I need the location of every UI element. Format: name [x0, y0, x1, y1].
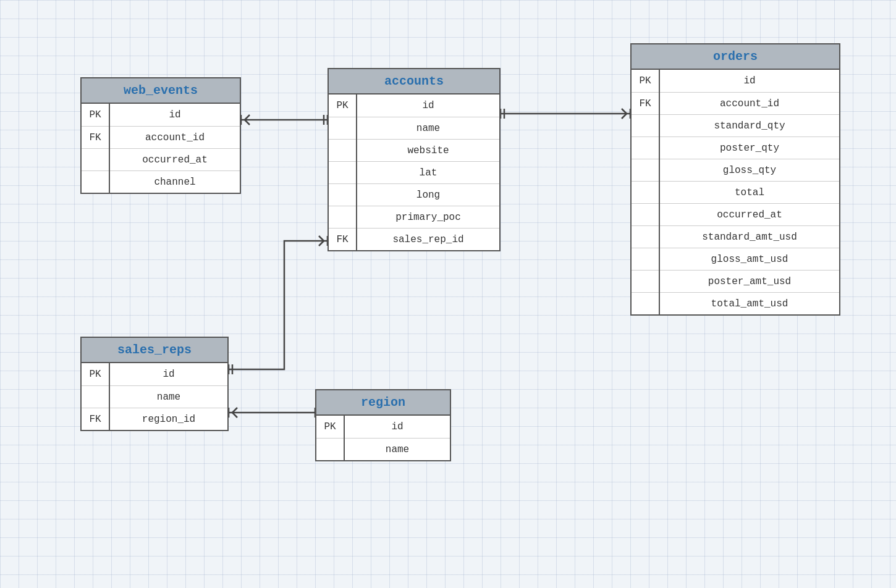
field-cell: account_id: [110, 126, 240, 148]
connector-sales-reps-accounts: [229, 236, 328, 374]
field-cell: total: [660, 181, 839, 203]
table-orders-fields: id account_id standard_qty poster_qty gl…: [660, 70, 839, 314]
table-region-header: region: [316, 390, 450, 416]
key-cell: [329, 206, 356, 228]
connector-sales-reps-region: [229, 408, 319, 418]
field-cell: occurred_at: [110, 148, 240, 170]
key-cell: FK: [82, 126, 109, 148]
field-cell: account_id: [660, 92, 839, 114]
table-web-events-keys: PK FK: [82, 104, 110, 193]
key-cell: [632, 270, 659, 292]
field-cell: website: [357, 139, 499, 161]
field-cell: gloss_qty: [660, 159, 839, 181]
key-cell: [316, 438, 344, 460]
field-cell: region_id: [110, 408, 227, 430]
svg-line-3: [245, 115, 250, 120]
key-cell: [632, 292, 659, 314]
field-cell: lat: [357, 161, 499, 183]
svg-line-13: [319, 236, 324, 241]
key-cell: [632, 248, 659, 270]
field-cell: gloss_amt_usd: [660, 248, 839, 270]
diagram-canvas: accounts PK FK id name website lat long …: [0, 0, 896, 588]
key-cell: [632, 225, 659, 248]
key-cell: [82, 385, 109, 408]
connector-accounts-orders: [501, 109, 630, 119]
svg-line-18: [232, 408, 237, 413]
table-sales-reps-fields: id name region_id: [110, 363, 227, 430]
field-cell: occurred_at: [660, 203, 839, 225]
key-cell: [632, 203, 659, 225]
svg-line-9: [622, 114, 627, 119]
key-cell: PK: [632, 70, 659, 92]
table-web-events-header: web_events: [82, 78, 240, 104]
table-accounts: accounts PK FK id name website lat long …: [328, 68, 501, 251]
key-cell: [632, 114, 659, 136]
table-region-keys: PK: [316, 416, 345, 460]
key-cell: [632, 181, 659, 203]
svg-line-19: [232, 413, 237, 418]
field-cell: name: [345, 438, 450, 460]
svg-line-14: [319, 241, 324, 246]
table-region-fields: id name: [345, 416, 450, 460]
key-cell: PK: [82, 363, 109, 385]
key-cell: [329, 117, 356, 139]
key-cell: [329, 161, 356, 183]
table-region: region PK id name: [315, 389, 451, 461]
field-cell: sales_rep_id: [357, 228, 499, 250]
table-accounts-fields: id name website lat long primary_poc sal…: [357, 94, 499, 250]
key-cell: FK: [329, 228, 356, 250]
field-cell: standard_qty: [660, 114, 839, 136]
key-cell: PK: [316, 416, 344, 438]
connector-web-events-accounts: [241, 115, 328, 125]
svg-line-8: [622, 109, 627, 114]
svg-line-4: [245, 120, 250, 125]
field-cell: standard_amt_usd: [660, 225, 839, 248]
table-sales-reps-header: sales_reps: [82, 338, 227, 363]
table-orders-header: orders: [632, 44, 839, 70]
key-cell: [632, 159, 659, 181]
field-cell: poster_qty: [660, 136, 839, 159]
field-cell: id: [110, 363, 227, 385]
key-cell: FK: [82, 408, 109, 430]
key-cell: [329, 139, 356, 161]
field-cell: id: [345, 416, 450, 438]
key-cell: FK: [632, 92, 659, 114]
key-cell: [632, 136, 659, 159]
table-web-events-fields: id account_id occurred_at channel: [110, 104, 240, 193]
table-orders: orders PK FK id account_id standard_qty …: [630, 43, 840, 316]
key-cell: [82, 170, 109, 193]
key-cell: [329, 183, 356, 206]
key-cell: PK: [329, 94, 356, 117]
table-accounts-header: accounts: [329, 69, 499, 94]
field-cell: id: [660, 70, 839, 92]
table-orders-keys: PK FK: [632, 70, 660, 314]
table-sales-reps: sales_reps PK FK id name region_id: [80, 337, 229, 431]
field-cell: id: [110, 104, 240, 126]
field-cell: name: [357, 117, 499, 139]
field-cell: long: [357, 183, 499, 206]
field-cell: channel: [110, 170, 240, 193]
key-cell: PK: [82, 104, 109, 126]
table-accounts-keys: PK FK: [329, 94, 357, 250]
key-cell: [82, 148, 109, 170]
field-cell: id: [357, 94, 499, 117]
field-cell: primary_poc: [357, 206, 499, 228]
table-web-events: web_events PK FK id account_id occurred_…: [80, 77, 241, 194]
field-cell: name: [110, 385, 227, 408]
field-cell: total_amt_usd: [660, 292, 839, 314]
table-sales-reps-keys: PK FK: [82, 363, 110, 430]
field-cell: poster_amt_usd: [660, 270, 839, 292]
